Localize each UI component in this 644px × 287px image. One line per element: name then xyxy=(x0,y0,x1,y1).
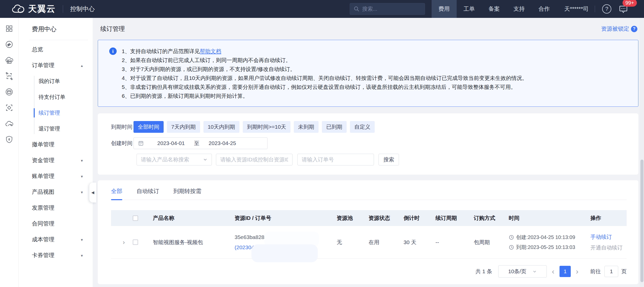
page-size-select[interactable]: 10条/页 xyxy=(498,265,547,278)
sidebar-group-product-view[interactable]: 产品视图 xyxy=(19,184,93,200)
messages-button[interactable]: 99+ xyxy=(618,4,629,14)
chevron-down-icon xyxy=(80,190,83,194)
console-title: 控制中心 xyxy=(70,5,95,13)
date-from-input[interactable] xyxy=(151,140,191,146)
expiry-chip-not-expired[interactable]: 未到期 xyxy=(294,121,319,133)
clock-icon xyxy=(509,245,514,250)
hybrid-cloud-icon[interactable] xyxy=(5,119,14,128)
cell-resource-status: 在用 xyxy=(360,239,395,246)
icon-rail: VPC xyxy=(0,18,19,287)
date-range-picker[interactable]: 至 xyxy=(133,137,268,149)
orders-submenu: 我的订单 待支付订单 续订管理 退订管理 xyxy=(19,73,93,137)
date-to-input[interactable] xyxy=(202,140,243,146)
created-label: 创建时间 xyxy=(111,140,133,147)
row-checkbox[interactable] xyxy=(133,240,138,245)
resource-locked-link[interactable]: 资源被锁定 xyxy=(601,25,637,33)
order-number-input[interactable] xyxy=(297,154,374,165)
global-search[interactable] xyxy=(350,3,425,15)
enable-auto-renew-disabled: 开通自动续订 xyxy=(590,244,627,251)
sidebar-item-my-orders[interactable]: 我的订单 xyxy=(19,73,93,89)
product-select-placeholder: 请输入产品名称搜索 xyxy=(141,156,189,163)
sidebar-group-coupons[interactable]: 卡券管理 xyxy=(19,247,93,263)
row-expand-icon[interactable] xyxy=(111,239,126,246)
account-name[interactable]: 天******司 xyxy=(564,5,589,13)
expiry-chip-gte10[interactable]: 到期时间>=10天 xyxy=(243,121,290,133)
sidebar-item-overview[interactable]: 总览 xyxy=(19,42,93,57)
resource-id-input[interactable] xyxy=(216,154,293,165)
sidebar-group-funds[interactable]: 资金管理 xyxy=(19,152,93,168)
col-renew-cycle: 续订周期 xyxy=(427,214,465,222)
main-content: 续订管理 资源被锁定 1、支持自动续订的产品范围详见帮助文档 2、如果在自动续订… xyxy=(93,18,644,287)
nav-item-cooperation[interactable]: 合作 xyxy=(532,0,557,18)
page-scrollbar[interactable] xyxy=(640,18,644,287)
expiry-chip-custom[interactable]: 自定义 xyxy=(350,121,375,133)
notice-line-1: 1、支持自动续订的产品范围详见帮助文档 xyxy=(122,47,527,56)
redaction-mask xyxy=(251,244,318,262)
sidebar-item-contracts[interactable]: 合同管理 xyxy=(19,216,93,232)
nav-item-records[interactable]: 备案 xyxy=(482,0,507,18)
nav-item-support[interactable]: 支持 xyxy=(507,0,532,18)
expiry-chip-10days[interactable]: 10天内到期 xyxy=(203,121,239,133)
sidebar-group-cost-label: 成本管理 xyxy=(32,236,54,243)
sidebar-item-pending-orders[interactable]: 待支付订单 xyxy=(19,89,93,105)
chevron-down-icon xyxy=(80,174,83,178)
sidebar-collapse-handle[interactable] xyxy=(89,183,96,202)
help-doc-link[interactable]: 帮助文档 xyxy=(200,48,221,54)
cell-resource-pool: 无 xyxy=(328,239,360,246)
cell-actions: 手动续订 开通自动续订 xyxy=(582,233,627,251)
global-search-input[interactable] xyxy=(362,6,421,12)
tab-expire-to-ondemand[interactable]: 到期转按需 xyxy=(173,187,201,200)
table-header-row: 产品名称 资源ID / 订单号 资源池 资源状态 倒计时 续订周期 订购方式 时… xyxy=(111,210,627,226)
sidebar-group-cost[interactable]: 成本管理 xyxy=(19,232,93,247)
sidebar-divider xyxy=(29,40,88,40)
sidebar-item-cancel-orders[interactable]: 撤单管理 xyxy=(19,137,93,152)
col-resource-pool: 资源池 xyxy=(328,214,360,222)
search-button[interactable]: 搜索 xyxy=(379,154,399,165)
page-scrollbar-thumb[interactable] xyxy=(640,160,643,282)
filter-card: 到期时间 全部时间 7天内到期 10天内到期 到期时间>=10天 未到期 已到期… xyxy=(98,113,638,175)
tab-auto-renew[interactable]: 自动续订 xyxy=(137,187,159,200)
pagination-total: 共 1 条 xyxy=(476,268,492,275)
edge-cloud-icon[interactable] xyxy=(5,40,14,49)
manual-renew-link[interactable]: 手动续订 xyxy=(590,233,627,241)
cell-renew-cycle: -- xyxy=(427,239,465,245)
sidebar-item-renewal[interactable]: 续订管理 xyxy=(19,105,93,121)
navbar-divider xyxy=(63,5,63,13)
col-actions: 操作 xyxy=(582,214,627,222)
security-shield-icon[interactable] xyxy=(5,135,14,144)
product-name-select[interactable]: 请输入产品名称搜索 xyxy=(137,154,212,165)
sidebar-group-bills[interactable]: 账单管理 xyxy=(19,168,93,184)
apps-grid-icon[interactable] xyxy=(5,24,14,33)
expiry-chip-7days[interactable]: 7天内到期 xyxy=(167,121,200,133)
goto-page-input[interactable] xyxy=(604,266,618,277)
nav-item-tickets[interactable]: 工单 xyxy=(457,0,482,18)
calendar-icon xyxy=(138,140,144,146)
help-button[interactable] xyxy=(602,4,611,14)
nav-item-billing[interactable]: 费用 xyxy=(432,0,457,18)
time-expired-line: 到期:2023-05-25 10:13:03 xyxy=(509,244,582,251)
prev-page-button[interactable] xyxy=(552,268,554,275)
sidebar-group-coupons-label: 卡券管理 xyxy=(32,252,54,259)
tab-all[interactable]: 全部 xyxy=(111,187,122,200)
question-circle-icon xyxy=(631,26,637,32)
page-number-button[interactable]: 1 xyxy=(560,266,571,277)
page-header: 续订管理 资源被锁定 xyxy=(98,18,638,40)
sidebar-item-unsubscribe[interactable]: 退订管理 xyxy=(19,121,93,137)
brand-cloud-logo-icon xyxy=(12,4,25,14)
sidebar-group-orders[interactable]: 订单管理 xyxy=(19,57,93,73)
console-window-icon[interactable] xyxy=(5,87,14,97)
top-navbar: 天翼云 控制中心 费用 工单 备案 支持 合作 天******司 xyxy=(0,0,644,18)
cloud-server-icon[interactable] xyxy=(5,56,14,65)
resource-scan-icon[interactable] xyxy=(5,103,14,112)
notice-line-3: 3、对于7天内到期的资源，或已到期的资源，不支持设置/修改自动续订。 xyxy=(122,65,527,74)
sidebar-item-invoices[interactable]: 发票管理 xyxy=(19,200,93,216)
expiry-chip-expired[interactable]: 已到期 xyxy=(322,121,347,133)
col-order-type: 订购方式 xyxy=(465,214,500,222)
notice-line-5: 5、非成套订购但具有绑定或挂载关系的资源，需要分别开通自动续订，例如仅对云硬盘设… xyxy=(122,82,527,91)
sidebar-group-funds-label: 资金管理 xyxy=(32,157,54,164)
expiry-chip-all[interactable]: 全部时间 xyxy=(133,121,164,133)
next-page-button[interactable] xyxy=(576,268,578,275)
select-all-checkbox[interactable] xyxy=(133,216,138,221)
vpc-icon[interactable]: VPC xyxy=(5,71,14,81)
search-filter-row: 请输入产品名称搜索 搜索 xyxy=(111,154,628,165)
